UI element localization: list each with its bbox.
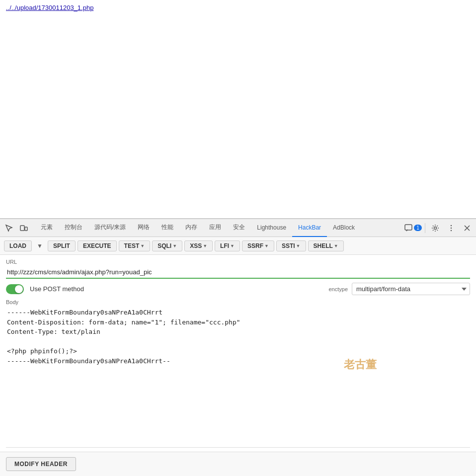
devtools-icons	[2, 221, 31, 235]
browser-page-content: ../../upload/1730011203_1.php	[0, 0, 476, 219]
xss-button[interactable]: XSS ▼	[184, 240, 213, 251]
devtools-panel: 元素 控制台 源代码/来源 网络 性能 内存 应用 安全 Lighthouse …	[0, 219, 476, 476]
settings-icon[interactable]	[428, 221, 442, 235]
url-section: URL	[6, 259, 470, 279]
chat-badge[interactable]: 1	[404, 224, 422, 232]
url-input[interactable]	[6, 266, 470, 279]
enctype-label: enctype	[328, 286, 348, 292]
inspect-element-icon[interactable]	[2, 221, 16, 235]
close-devtools-icon[interactable]	[460, 221, 474, 235]
test-button[interactable]: TEST ▼	[119, 240, 151, 251]
ssrf-button[interactable]: SSRF ▼	[242, 240, 274, 251]
devtools-tabs: 元素 控制台 源代码/来源 网络 性能 内存 应用 安全 Lighthouse …	[35, 219, 474, 237]
page-link[interactable]: ../../upload/1730011203_1.php	[0, 0, 99, 15]
svg-rect-1	[25, 227, 27, 231]
tab-console[interactable]: 控制台	[59, 219, 88, 237]
svg-point-3	[434, 227, 437, 229]
svg-point-6	[451, 230, 452, 231]
test-arrow: ▼	[140, 243, 145, 248]
body-label: Body	[6, 299, 470, 305]
tab-adblock[interactable]: AdBlock	[327, 219, 361, 237]
ssrf-arrow: ▼	[264, 243, 269, 248]
load-button[interactable]: LOAD	[4, 240, 32, 251]
sqli-button[interactable]: SQLI ▼	[152, 240, 182, 251]
url-label: URL	[6, 259, 470, 265]
hackbar-toolbar: LOAD ▼ SPLIT EXECUTE TEST ▼ SQLI ▼ XSS ▼…	[0, 237, 476, 255]
svg-rect-2	[405, 225, 412, 230]
execute-button[interactable]: EXECUTE	[78, 240, 117, 251]
lfi-button[interactable]: LFI ▼	[215, 240, 240, 251]
enctype-select[interactable]: multipart/form-data application/x-www-fo…	[352, 283, 470, 295]
sqli-arrow: ▼	[172, 243, 177, 248]
tab-network[interactable]: 网络	[132, 219, 156, 237]
ssti-arrow: ▼	[296, 243, 301, 248]
toggle-thumb	[15, 285, 23, 293]
devtools-tab-right: 1	[404, 221, 474, 235]
post-method-toggle[interactable]	[6, 284, 24, 294]
svg-rect-0	[20, 226, 24, 231]
shell-arrow: ▼	[334, 243, 338, 248]
chat-count: 1	[414, 225, 422, 231]
more-options-icon[interactable]	[444, 221, 458, 235]
svg-point-4	[451, 225, 452, 226]
ssti-button[interactable]: SSTI ▼	[276, 240, 306, 251]
device-toggle-icon[interactable]	[17, 221, 31, 235]
tab-elements[interactable]: 元素	[35, 219, 59, 237]
body-section: Body	[6, 299, 470, 448]
tab-application[interactable]: 应用	[203, 219, 227, 237]
svg-point-5	[451, 227, 452, 228]
tab-memory[interactable]: 内存	[179, 219, 203, 237]
tab-security[interactable]: 安全	[227, 219, 251, 237]
post-method-label: Use POST method	[30, 285, 84, 293]
shell-button[interactable]: SHELL ▼	[308, 240, 344, 251]
tab-sources[interactable]: 源代码/来源	[88, 219, 132, 237]
lfi-arrow: ▼	[230, 243, 235, 248]
xss-arrow: ▼	[203, 243, 207, 248]
devtools-toolbar: 元素 控制台 源代码/来源 网络 性能 内存 应用 安全 Lighthouse …	[0, 219, 476, 237]
modify-header-button[interactable]: MODIFY HEADER	[6, 457, 76, 471]
body-textarea[interactable]	[6, 307, 470, 448]
chat-icon	[404, 224, 412, 232]
tab-lighthouse[interactable]: Lighthouse	[251, 219, 292, 237]
load-dropdown-icon[interactable]: ▼	[34, 241, 46, 251]
modify-header-section: MODIFY HEADER	[0, 452, 476, 476]
toolbar-divider	[425, 223, 425, 233]
split-button[interactable]: SPLIT	[48, 240, 76, 251]
tab-performance[interactable]: 性能	[156, 219, 179, 237]
tab-hackbar[interactable]: HackBar	[292, 219, 327, 237]
hackbar-body: URL Use POST method enctype multipart/fo…	[0, 255, 476, 452]
options-row: Use POST method enctype multipart/form-d…	[6, 283, 470, 295]
enctype-section: enctype multipart/form-data application/…	[328, 283, 470, 295]
